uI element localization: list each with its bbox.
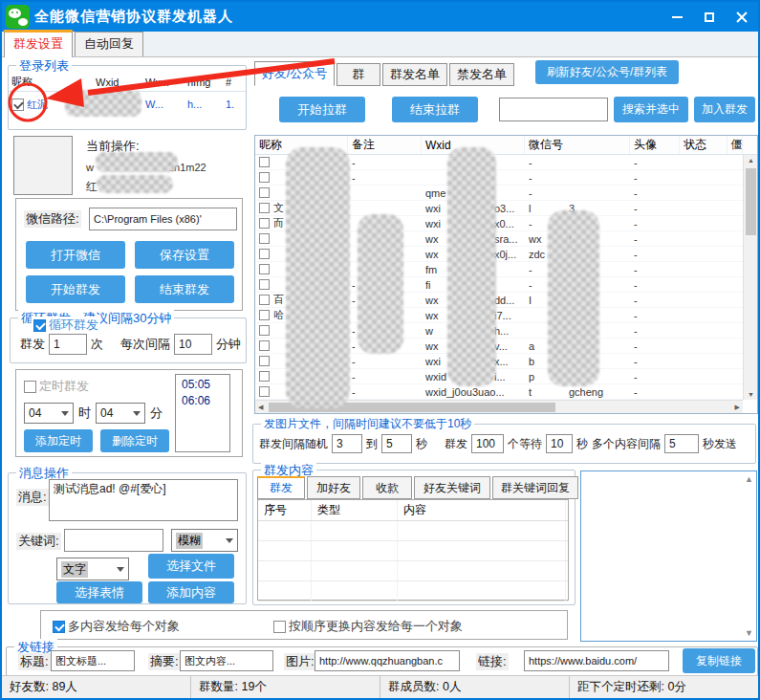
column-header[interactable]: 备注: [348, 136, 422, 154]
batch-count-input[interactable]: [471, 434, 504, 453]
content-tab-friend-keyword[interactable]: 好友关键词: [414, 476, 490, 499]
timer-item[interactable]: 06:06: [182, 393, 224, 409]
start-mass-send-button[interactable]: 开始群发: [26, 275, 125, 303]
table-row[interactable]: 而 wxix0... - -: [255, 216, 757, 231]
row-checkbox[interactable]: [259, 264, 270, 274]
tab-mass-send-settings[interactable]: 群发设置: [4, 30, 73, 57]
save-settings-button[interactable]: 保存设置: [135, 241, 234, 269]
table-row[interactable]: - wxid_j0ou3uao... tgcheng -: [255, 384, 757, 400]
vertical-scroll-thumb[interactable]: [746, 168, 756, 235]
table-row[interactable]: 文 wxio3... l3 -: [255, 201, 757, 216]
row-checkbox[interactable]: [259, 203, 270, 213]
row-checkbox[interactable]: [259, 157, 270, 167]
end-mass-send-button[interactable]: 结束群发: [135, 275, 234, 303]
content-tab-send[interactable]: 群发: [257, 476, 305, 499]
horizontal-scroll-thumb[interactable]: [269, 403, 555, 412]
match-mode-select[interactable]: 模糊: [171, 529, 238, 552]
table-row[interactable]: 百 - wxdd... I -: [255, 293, 757, 308]
refresh-lists-button[interactable]: 刷新好友/公众号/群列表: [535, 60, 679, 84]
wait-seconds-input[interactable]: [546, 434, 573, 453]
table-row[interactable]: 哈 wxi7... h... -: [255, 308, 757, 323]
row-checkbox[interactable]: [259, 310, 270, 320]
interval-max-input[interactable]: [381, 434, 412, 453]
content-type-select[interactable]: 文字: [56, 558, 129, 580]
hour-select[interactable]: 04: [24, 403, 74, 424]
row-checkbox[interactable]: [259, 371, 270, 382]
loop-send-checkbox[interactable]: [33, 319, 46, 332]
sequential-content-checkbox[interactable]: [273, 621, 286, 633]
choose-emoji-button[interactable]: 选择表情: [56, 581, 142, 603]
table-row[interactable]: - - -: [255, 170, 757, 186]
row-checkbox[interactable]: [259, 386, 270, 397]
minimize-button[interactable]: [661, 2, 693, 32]
delete-timer-button[interactable]: 删除定时: [100, 429, 169, 452]
add-timer-button[interactable]: 添加定时: [24, 429, 93, 452]
content-tab-add-friend[interactable]: 加好友: [307, 476, 360, 499]
row-checkbox[interactable]: [259, 356, 270, 366]
panel-scroll-down-icon[interactable]: ▼: [745, 628, 753, 638]
search-input[interactable]: [499, 98, 608, 121]
tab-send-list[interactable]: 群发名单: [382, 63, 447, 86]
multi-content-per-target-checkbox[interactable]: [53, 621, 65, 633]
start-pull-group-button[interactable]: 开始拉群: [279, 97, 365, 122]
join-send-button[interactable]: 加入群发: [694, 97, 755, 122]
table-row[interactable]: qme - -: [255, 186, 757, 201]
row-checkbox[interactable]: [259, 295, 270, 305]
table-row[interactable]: wxx0j... zdc -: [255, 247, 757, 262]
table-row[interactable]: fm - -: [255, 262, 757, 277]
link-url-input[interactable]: [524, 650, 669, 671]
table-row[interactable]: - wxidi... p -: [255, 369, 757, 384]
maximize-button[interactable]: [693, 2, 726, 32]
column-header[interactable]: 状态: [680, 136, 727, 154]
row-checkbox[interactable]: [259, 233, 270, 244]
login-row-checkbox[interactable]: [11, 98, 24, 111]
tab-groups[interactable]: 群: [337, 63, 380, 86]
column-header[interactable]: Wxid: [422, 136, 525, 154]
link-summary-input[interactable]: [180, 650, 273, 671]
timer-times-list[interactable]: 05:0506:06: [175, 374, 230, 452]
column-header[interactable]: 僵尸: [727, 136, 743, 154]
table-row[interactable]: - - -: [255, 155, 757, 170]
row-checkbox[interactable]: [259, 279, 270, 290]
table-row[interactable]: - fi - -: [255, 277, 757, 293]
minute-select[interactable]: 04: [96, 403, 145, 424]
log-panel[interactable]: ▲ ▼: [580, 470, 757, 642]
keyword-input[interactable]: [64, 529, 163, 552]
scroll-up-icon[interactable]: ▲: [748, 157, 754, 164]
scroll-left-icon[interactable]: ◀: [258, 404, 263, 411]
table-row[interactable]: wxsra... wxt -: [255, 231, 757, 247]
column-header[interactable]: 头像: [630, 136, 680, 154]
tab-auto-reply[interactable]: 自动回复: [75, 32, 143, 56]
vertical-scrollbar[interactable]: ▲ ▼: [743, 155, 757, 400]
multi-content-interval-input[interactable]: [664, 434, 699, 453]
column-header[interactable]: 微信号: [525, 136, 630, 154]
tab-block-list[interactable]: 禁发名单: [449, 63, 514, 86]
table-row[interactable]: - wh... -: [255, 323, 757, 339]
tab-friends-accounts[interactable]: 好友/公众号: [254, 61, 335, 86]
choose-file-button[interactable]: 选择文件: [148, 554, 234, 579]
scroll-down-icon[interactable]: ▼: [748, 391, 754, 398]
panel-scroll-up-icon[interactable]: ▲: [745, 474, 753, 484]
copy-link-button[interactable]: 复制链接: [683, 648, 755, 673]
close-button[interactable]: [726, 2, 758, 32]
timer-checkbox[interactable]: [24, 381, 36, 393]
interval-input[interactable]: [174, 334, 212, 355]
add-content-button[interactable]: 添加内容: [148, 581, 234, 603]
link-image-input[interactable]: [315, 650, 460, 671]
message-input[interactable]: [49, 479, 238, 521]
table-row[interactable]: - wxix... b -: [255, 354, 757, 369]
send-count-input[interactable]: [49, 334, 87, 355]
row-checkbox[interactable]: [259, 249, 270, 259]
wechat-path-input[interactable]: [89, 208, 237, 230]
content-tab-group-keyword[interactable]: 群关键词回复: [492, 476, 578, 499]
table-row[interactable]: - wxv... a -: [255, 339, 757, 354]
timer-item[interactable]: 05:05: [182, 377, 224, 393]
horizontal-scrollbar[interactable]: ◀ ▶: [255, 400, 743, 413]
column-header[interactable]: 昵称: [255, 136, 348, 154]
link-title-input[interactable]: [51, 650, 135, 671]
scroll-right-icon[interactable]: ▶: [735, 404, 740, 411]
interval-min-input[interactable]: [332, 434, 362, 453]
row-checkbox[interactable]: [259, 218, 270, 229]
row-checkbox[interactable]: [259, 340, 270, 351]
content-tab-collect[interactable]: 收款: [362, 476, 412, 499]
